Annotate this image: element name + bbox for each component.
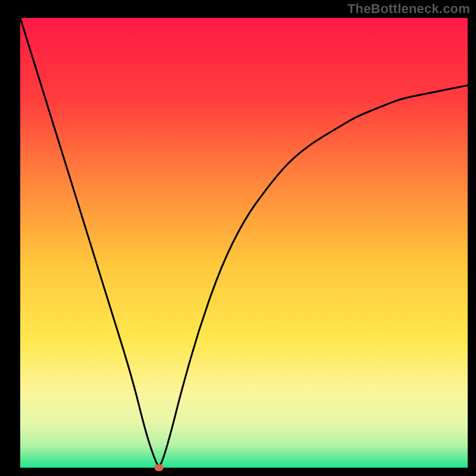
optimal-point-marker bbox=[154, 464, 164, 471]
chart-background-gradient bbox=[20, 18, 468, 468]
bottleneck-chart bbox=[0, 0, 476, 476]
chart-frame: TheBottleneck.com bbox=[0, 0, 476, 476]
